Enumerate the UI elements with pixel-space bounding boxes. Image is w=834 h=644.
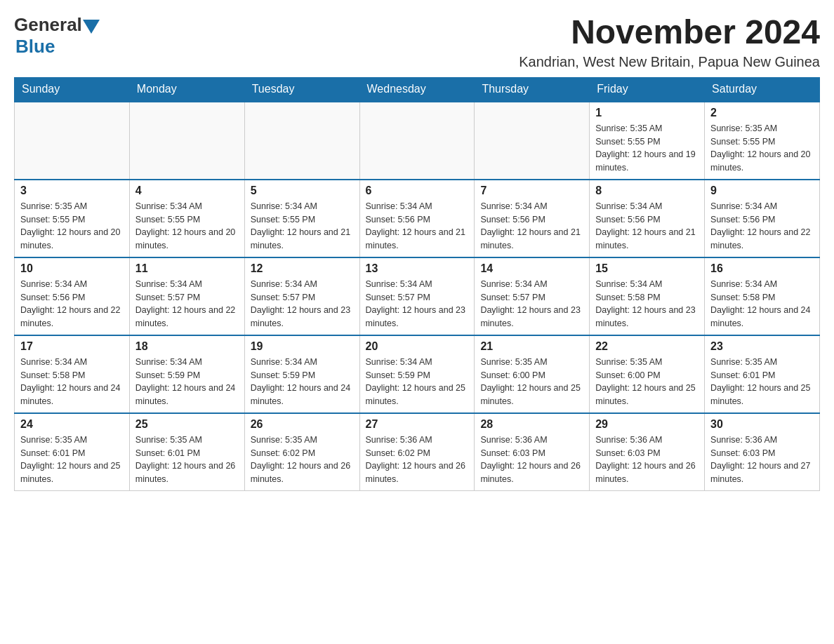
calendar-day-cell: 26Sunrise: 5:35 AMSunset: 6:02 PMDayligh… [244,413,359,491]
day-number: 10 [20,262,124,275]
day-number: 12 [251,262,354,275]
calendar-day-cell: 19Sunrise: 5:34 AMSunset: 5:59 PMDayligh… [244,335,359,413]
day-number: 8 [595,185,699,197]
day-info: Sunrise: 5:34 AMSunset: 5:55 PMDaylight:… [251,200,354,253]
day-number: 6 [366,185,469,197]
calendar-day-cell: 23Sunrise: 5:35 AMSunset: 6:01 PMDayligh… [705,335,820,413]
day-info: Sunrise: 5:35 AMSunset: 6:01 PMDaylight:… [710,356,814,408]
calendar-day-cell: 8Sunrise: 5:34 AMSunset: 5:56 PMDaylight… [590,180,705,257]
day-number: 28 [480,418,583,431]
day-number: 16 [710,262,814,275]
day-info: Sunrise: 5:34 AMSunset: 5:58 PMDaylight:… [595,278,699,330]
calendar-day-cell: 28Sunrise: 5:36 AMSunset: 6:03 PMDayligh… [475,413,590,491]
logo: General Blue [14,14,100,58]
day-info: Sunrise: 5:34 AMSunset: 5:56 PMDaylight:… [20,278,124,330]
day-info: Sunrise: 5:35 AMSunset: 5:55 PMDaylight:… [595,122,699,175]
day-number: 25 [135,418,239,431]
calendar-day-cell [359,102,475,180]
day-info: Sunrise: 5:35 AMSunset: 6:00 PMDaylight:… [595,356,699,408]
day-number: 19 [251,340,354,353]
calendar-day-header: Thursday [475,77,590,102]
calendar-day-cell: 22Sunrise: 5:35 AMSunset: 6:00 PMDayligh… [590,335,705,413]
day-info: Sunrise: 5:36 AMSunset: 6:03 PMDaylight:… [480,434,583,486]
calendar-day-cell: 13Sunrise: 5:34 AMSunset: 5:57 PMDayligh… [359,257,475,335]
calendar-table: SundayMondayTuesdayWednesdayThursdayFrid… [14,77,820,491]
day-info: Sunrise: 5:35 AMSunset: 6:01 PMDaylight:… [135,434,239,486]
day-info: Sunrise: 5:34 AMSunset: 5:56 PMDaylight:… [480,200,583,253]
calendar-day-header: Wednesday [359,77,475,102]
day-info: Sunrise: 5:36 AMSunset: 6:02 PMDaylight:… [366,434,469,486]
calendar-week-row: 24Sunrise: 5:35 AMSunset: 6:01 PMDayligh… [15,413,820,491]
calendar-day-cell: 17Sunrise: 5:34 AMSunset: 5:58 PMDayligh… [15,335,130,413]
location-subtitle: Kandrian, West New Britain, Papua New Gu… [519,54,820,70]
calendar-week-row: 3Sunrise: 5:35 AMSunset: 5:55 PMDaylight… [15,180,820,257]
day-info: Sunrise: 5:34 AMSunset: 5:57 PMDaylight:… [251,278,354,330]
day-number: 21 [480,340,583,353]
calendar-day-cell: 24Sunrise: 5:35 AMSunset: 6:01 PMDayligh… [15,413,130,491]
day-number: 17 [20,340,124,353]
calendar-day-cell: 1Sunrise: 5:35 AMSunset: 5:55 PMDaylight… [590,102,705,180]
day-number: 9 [710,185,814,197]
calendar-day-cell: 18Sunrise: 5:34 AMSunset: 5:59 PMDayligh… [129,335,244,413]
day-info: Sunrise: 5:34 AMSunset: 5:57 PMDaylight:… [366,278,469,330]
day-info: Sunrise: 5:34 AMSunset: 5:59 PMDaylight:… [135,356,239,408]
day-number: 26 [251,418,354,431]
day-number: 13 [366,262,469,275]
calendar-day-cell [475,102,590,180]
day-number: 4 [135,185,239,197]
day-info: Sunrise: 5:34 AMSunset: 5:56 PMDaylight:… [366,200,469,253]
day-info: Sunrise: 5:34 AMSunset: 5:56 PMDaylight:… [710,200,814,253]
day-number: 2 [710,107,814,119]
day-number: 1 [595,107,699,119]
calendar-day-cell: 9Sunrise: 5:34 AMSunset: 5:56 PMDaylight… [705,180,820,257]
calendar-week-row: 10Sunrise: 5:34 AMSunset: 5:56 PMDayligh… [15,257,820,335]
calendar-day-cell [15,102,130,180]
calendar-day-cell: 6Sunrise: 5:34 AMSunset: 5:56 PMDaylight… [359,180,475,257]
calendar-day-cell [129,102,244,180]
day-number: 24 [20,418,124,431]
day-info: Sunrise: 5:34 AMSunset: 5:55 PMDaylight:… [135,200,239,253]
logo-general-text: General Blue [14,14,100,58]
calendar-week-row: 1Sunrise: 5:35 AMSunset: 5:55 PMDaylight… [15,102,820,180]
calendar-header-row: SundayMondayTuesdayWednesdayThursdayFrid… [15,77,820,102]
day-info: Sunrise: 5:34 AMSunset: 5:58 PMDaylight:… [20,356,124,408]
calendar-day-cell: 20Sunrise: 5:34 AMSunset: 5:59 PMDayligh… [359,335,475,413]
day-info: Sunrise: 5:34 AMSunset: 5:59 PMDaylight:… [366,356,469,408]
day-info: Sunrise: 5:34 AMSunset: 5:59 PMDaylight:… [251,356,354,408]
day-info: Sunrise: 5:36 AMSunset: 6:03 PMDaylight:… [595,434,699,486]
calendar-day-header: Sunday [15,77,130,102]
calendar-day-cell: 14Sunrise: 5:34 AMSunset: 5:57 PMDayligh… [475,257,590,335]
day-number: 14 [480,262,583,275]
calendar-day-cell: 29Sunrise: 5:36 AMSunset: 6:03 PMDayligh… [590,413,705,491]
day-number: 3 [20,185,124,197]
day-info: Sunrise: 5:34 AMSunset: 5:56 PMDaylight:… [595,200,699,253]
day-info: Sunrise: 5:34 AMSunset: 5:57 PMDaylight:… [135,278,239,330]
day-number: 5 [251,185,354,197]
day-info: Sunrise: 5:35 AMSunset: 6:00 PMDaylight:… [480,356,583,408]
day-number: 15 [595,262,699,275]
page-header: General Blue November 2024 Kandrian, Wes… [14,14,820,70]
calendar-day-cell: 5Sunrise: 5:34 AMSunset: 5:55 PMDaylight… [244,180,359,257]
calendar-day-header: Friday [590,77,705,102]
calendar-day-cell: 16Sunrise: 5:34 AMSunset: 5:58 PMDayligh… [705,257,820,335]
day-number: 11 [135,262,239,275]
day-number: 20 [366,340,469,353]
calendar-day-cell [244,102,359,180]
day-info: Sunrise: 5:35 AMSunset: 6:02 PMDaylight:… [251,434,354,486]
day-number: 22 [595,340,699,353]
title-section: November 2024 Kandrian, West New Britain… [519,14,820,70]
day-info: Sunrise: 5:34 AMSunset: 5:58 PMDaylight:… [710,278,814,330]
day-number: 7 [480,185,583,197]
calendar-day-cell: 27Sunrise: 5:36 AMSunset: 6:02 PMDayligh… [359,413,475,491]
calendar-day-cell: 4Sunrise: 5:34 AMSunset: 5:55 PMDaylight… [129,180,244,257]
day-number: 30 [710,418,814,431]
calendar-day-cell: 30Sunrise: 5:36 AMSunset: 6:03 PMDayligh… [705,413,820,491]
day-number: 18 [135,340,239,353]
day-info: Sunrise: 5:35 AMSunset: 5:55 PMDaylight:… [710,122,814,175]
calendar-day-cell: 2Sunrise: 5:35 AMSunset: 5:55 PMDaylight… [705,102,820,180]
month-year-title: November 2024 [519,14,820,51]
calendar-day-cell: 10Sunrise: 5:34 AMSunset: 5:56 PMDayligh… [15,257,130,335]
calendar-day-header: Saturday [705,77,820,102]
calendar-day-cell: 25Sunrise: 5:35 AMSunset: 6:01 PMDayligh… [129,413,244,491]
day-number: 29 [595,418,699,431]
